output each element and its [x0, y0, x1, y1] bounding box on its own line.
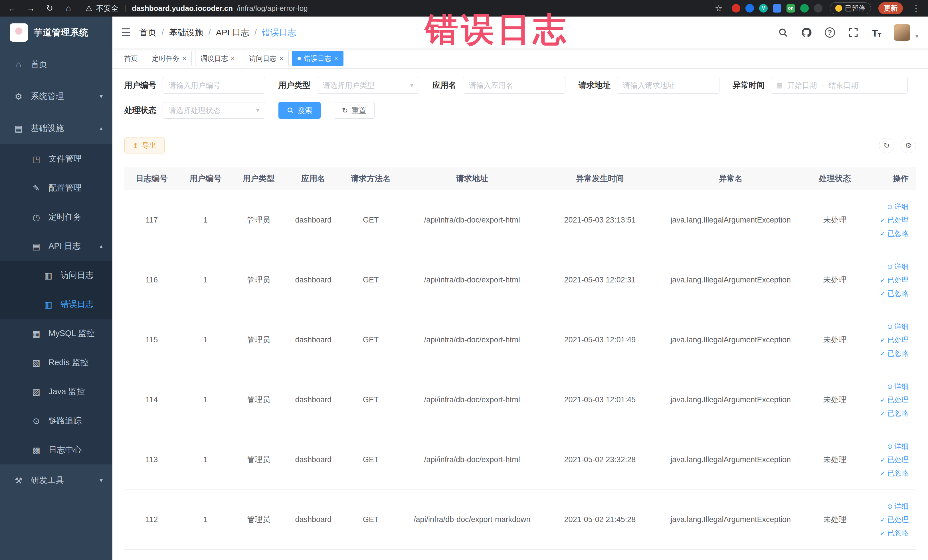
- processed-link[interactable]: ✓已处理: [867, 273, 908, 287]
- hamburger-icon[interactable]: ☰: [121, 26, 131, 39]
- sidebar-item-java[interactable]: ▨ Java 监控: [0, 377, 112, 406]
- breadcrumb-error-log[interactable]: 错误日志: [262, 27, 296, 38]
- sidebar-item-devtools[interactable]: ⚒ 研发工具 ▾: [0, 464, 112, 496]
- sidebar-item-mysql[interactable]: ▦ MySQL 监控: [0, 319, 112, 348]
- cell-request-url: /api/infra/db-doc/export-html: [400, 430, 544, 490]
- sidebar-item-api-log[interactable]: ▤ API 日志 ▴: [0, 232, 112, 261]
- ignored-link[interactable]: ✓已忽略: [867, 467, 908, 480]
- gear-icon: ⚙: [12, 92, 24, 102]
- detail-link[interactable]: ⊙详细: [867, 380, 908, 393]
- ignored-link[interactable]: ✓已忽略: [867, 526, 908, 540]
- close-icon[interactable]: ×: [279, 55, 283, 62]
- sidebar-item-config[interactable]: ✎ 配置管理: [0, 174, 112, 203]
- column-settings-button[interactable]: ⚙: [901, 138, 916, 153]
- sidebar-item-error-log[interactable]: ▥ 错误日志: [0, 290, 112, 319]
- ignored-link-label: 已忽略: [887, 529, 908, 537]
- user-type-label: 用户类型: [278, 80, 310, 91]
- processed-link[interactable]: ✓已处理: [867, 393, 908, 406]
- processed-link[interactable]: ✓已处理: [867, 513, 908, 526]
- search-icon[interactable]: [777, 26, 789, 39]
- cell-log-id: 116: [124, 250, 179, 310]
- tab-home[interactable]: 首页: [119, 51, 143, 66]
- cell-log-id: 115: [124, 310, 179, 370]
- extension-icon-teal[interactable]: V: [759, 4, 768, 12]
- home-icon[interactable]: ⌂: [63, 4, 74, 13]
- ignored-link[interactable]: ✓已忽略: [867, 406, 908, 420]
- fullscreen-icon[interactable]: [847, 26, 859, 39]
- github-icon[interactable]: [800, 26, 813, 39]
- reload-icon[interactable]: ↻: [44, 3, 55, 13]
- sidebar-item-log-center[interactable]: ▩ 日志中心: [0, 435, 112, 464]
- extension-icon-leaf[interactable]: [800, 4, 809, 12]
- tab-job[interactable]: 定时任务 ×: [147, 51, 192, 66]
- ignored-link[interactable]: ✓已忽略: [867, 227, 908, 240]
- detail-link[interactable]: ⊙详细: [867, 320, 908, 333]
- sidebar-item-label: 错误日志: [61, 299, 93, 310]
- tab-access-log[interactable]: 访问日志 ×: [244, 51, 289, 66]
- ignored-link[interactable]: ✓已忽略: [867, 287, 908, 300]
- sidebar-logo[interactable]: 芋道管理系统: [0, 17, 112, 49]
- update-chip[interactable]: 更新: [878, 2, 903, 14]
- user-avatar[interactable]: [894, 24, 910, 41]
- address-bar[interactable]: ⚠ 不安全 | dashboard.yudao.iocoder.cn/infra…: [82, 2, 705, 14]
- extension-icon-on[interactable]: on: [786, 4, 795, 12]
- export-button[interactable]: ↥ 导出: [124, 137, 165, 154]
- font-size-icon[interactable]: TT: [870, 26, 883, 39]
- database-icon: ▦: [30, 329, 42, 339]
- sidebar-item-system[interactable]: ⚙ 系统管理 ▾: [0, 81, 112, 112]
- ignored-link[interactable]: ✓已忽略: [867, 346, 908, 360]
- document-icon: ▥: [42, 270, 54, 281]
- sidebar-item-access-log[interactable]: ▥ 访问日志: [0, 261, 112, 290]
- date-range-picker[interactable]: ▦ 开始日期 - 结束日期: [771, 77, 908, 93]
- tab-job-log[interactable]: 调度日志 ×: [195, 51, 240, 66]
- sidebar-item-redis[interactable]: ▧ Redis 监控: [0, 348, 112, 377]
- sidebar-item-label: Redis 监控: [49, 357, 89, 368]
- process-status-select[interactable]: 请选择处理状态 ▾: [163, 102, 265, 119]
- extension-icon-blue[interactable]: [745, 4, 754, 12]
- cell-method: GET: [341, 250, 400, 310]
- forward-icon[interactable]: →: [25, 4, 37, 13]
- ignored-link-label: 已忽略: [887, 349, 908, 357]
- sidebar-item-infra[interactable]: ▤ 基础设施 ▴: [0, 112, 112, 144]
- detail-link[interactable]: ⊙详细: [867, 260, 908, 273]
- reset-button[interactable]: ↻ 重置: [334, 102, 375, 119]
- browser-menu-icon[interactable]: ⋮: [910, 3, 922, 13]
- request-url-input[interactable]: [617, 77, 719, 93]
- detail-link[interactable]: ⊙详细: [867, 439, 908, 453]
- paused-chip[interactable]: 已暂停: [830, 2, 871, 14]
- cell-exception-time: 2021-05-02 23:32:28: [544, 430, 656, 490]
- sidebar-item-file[interactable]: ◳ 文件管理: [0, 144, 112, 174]
- tab-error-log[interactable]: 错误日志 ×: [292, 51, 343, 66]
- sidebar-item-home[interactable]: ⌂ 首页: [0, 49, 112, 81]
- processed-link[interactable]: ✓已处理: [867, 214, 908, 227]
- detail-link[interactable]: ⊙详细: [867, 499, 908, 513]
- close-icon[interactable]: ×: [182, 55, 186, 62]
- cell-user-id: 1: [179, 250, 232, 310]
- sidebar-item-trace[interactable]: ⊙ 链路追踪: [0, 406, 112, 435]
- breadcrumb-home[interactable]: 首页: [139, 27, 156, 38]
- extension-icon-grid[interactable]: [773, 4, 781, 12]
- detail-link[interactable]: ⊙详细: [867, 200, 908, 214]
- cell-app-name: dashboard: [285, 490, 341, 549]
- app-name-input[interactable]: [463, 77, 565, 93]
- bookmark-star-icon[interactable]: ☆: [713, 3, 724, 13]
- extension-icon-paw[interactable]: [814, 4, 823, 12]
- sidebar-item-job[interactable]: ◷ 定时任务: [0, 203, 112, 232]
- page: ← → ↻ ⌂ ⚠ 不安全 | dashboard.yudao.iocoder.…: [0, 0, 928, 560]
- close-icon[interactable]: ×: [334, 55, 338, 62]
- check-icon: ✓: [880, 410, 885, 417]
- breadcrumb-separator: /: [162, 27, 164, 37]
- help-icon[interactable]: ?: [824, 26, 836, 39]
- extension-icon-red[interactable]: [732, 4, 740, 12]
- user-id-input[interactable]: [163, 77, 265, 93]
- avatar-caret-icon[interactable]: ▾: [916, 33, 918, 41]
- back-icon[interactable]: ←: [6, 4, 18, 13]
- processed-link[interactable]: ✓已处理: [867, 333, 908, 346]
- search-button[interactable]: 搜索: [278, 102, 321, 119]
- user-type-select[interactable]: 请选择用户类型 ▾: [317, 77, 419, 93]
- close-icon[interactable]: ×: [231, 55, 235, 62]
- breadcrumb-api-log[interactable]: API 日志: [216, 27, 249, 38]
- breadcrumb-infra[interactable]: 基础设施: [169, 27, 203, 38]
- refresh-button[interactable]: ↻: [879, 138, 894, 153]
- processed-link[interactable]: ✓已处理: [867, 453, 908, 467]
